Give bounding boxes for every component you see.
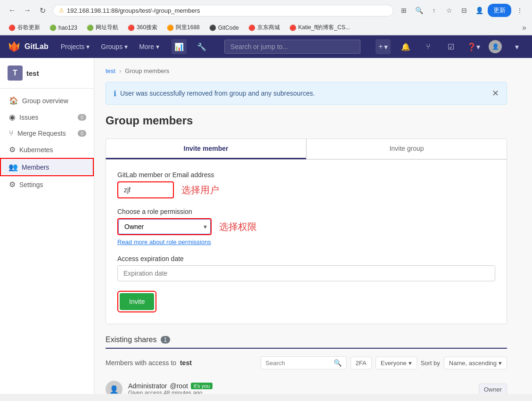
nav-plus-button[interactable]: + ▾ [376, 39, 391, 54]
table-row: 👤 Administrator @root It's you Given acc… [106, 375, 507, 394]
alert-close-button[interactable]: ✕ [492, 88, 499, 98]
nav-groups-label: Groups [101, 43, 123, 50]
bookmark-label: 京东商城 [257, 24, 280, 32]
tab-invite-member[interactable]: Invite member [106, 139, 306, 159]
back-button[interactable]: ← [6, 4, 19, 17]
member-field-label: GitLab member or Email address [117, 171, 495, 179]
bookmark-hao123[interactable]: 🟢 hao123 [47, 24, 80, 32]
sidebar-item-label: Merge Requests [17, 130, 66, 137]
bookmark-label: 360搜索 [137, 24, 157, 32]
nav-merge-requests-button[interactable]: ⑂ [421, 39, 436, 54]
nav-chart-button[interactable]: 📊 [172, 39, 187, 54]
nav-projects[interactable]: Projects ▾ [56, 41, 95, 52]
sidebar-item-members[interactable]: 👥 Members [0, 158, 94, 176]
merge-icon: ⑂ [426, 42, 431, 51]
bookmark-jd[interactable]: 🔴 京东商城 [246, 23, 283, 33]
nav-avatar[interactable]: 👤 [489, 40, 502, 53]
translate-button[interactable]: ⊞ [397, 4, 410, 17]
forward-button[interactable]: → [21, 4, 34, 17]
filter-text: Members with access to [106, 359, 176, 367]
sidebar-item-kubernetes[interactable]: ⚙ Kubernetes [0, 141, 94, 158]
nav-search[interactable] [224, 40, 360, 54]
bookmark-icon: 🟢 [49, 25, 57, 31]
bookmark-alibaba[interactable]: 🟠 阿里1688 [164, 23, 203, 33]
nav-more[interactable]: More ▾ [134, 41, 164, 52]
sidebar-item-group-overview[interactable]: 🏠 Group overview [0, 92, 94, 109]
bookmark-label: 阿里1688 [176, 24, 200, 32]
chart-icon: 📊 [174, 42, 184, 51]
profile-button[interactable]: 👤 [473, 4, 486, 17]
sidebar-item-left: ⑂ Merge Requests [9, 129, 66, 138]
sidebar-item-left: ⚙ Settings [9, 180, 43, 189]
nav-projects-label: Projects [61, 43, 85, 50]
plus-icon: + [378, 42, 383, 51]
expiry-input[interactable] [117, 265, 495, 281]
nav-todos-button[interactable]: ☑ [443, 39, 458, 54]
existing-shares-section: Existing shares 1 Members with access to… [106, 336, 507, 394]
member-role-badge[interactable]: Owner [479, 384, 507, 394]
nav-notifications-button[interactable]: 🔔 [398, 39, 413, 54]
alert-message: User was successfully removed from group… [120, 90, 315, 97]
sidebar-item-label: Group overview [22, 97, 68, 105]
menu-button[interactable]: ⋮ [513, 4, 526, 17]
nav-groups[interactable]: Groups ▾ [96, 41, 132, 52]
tab-invite-group[interactable]: Invite group [306, 139, 507, 159]
browser-actions: ⊞ 🔍 ↑ ☆ ⊟ 👤 更新 ⋮ [397, 4, 526, 17]
member-name: Administrator [128, 382, 167, 390]
bookmark-katie[interactable]: 🔴 Katie_ff的博客_CS... [286, 23, 353, 33]
nav-avatar-chevron[interactable]: ▾ [509, 39, 524, 54]
split-screen-button[interactable]: ⊟ [458, 4, 471, 17]
bookmark-icon: 🟠 [167, 25, 174, 31]
update-button[interactable]: 更新 [488, 4, 511, 17]
bookmark-icon: 🔴 [248, 25, 255, 31]
bookmark-gitcode[interactable]: ⚫ GitCode [206, 24, 242, 32]
bookmark-google-update[interactable]: 🔴 谷歌更新 [6, 23, 43, 33]
more-bookmarks-button[interactable]: » [522, 24, 526, 32]
avatar-letter: T [13, 69, 17, 77]
sidebar-item-settings[interactable]: ⚙ Settings [0, 176, 94, 193]
2fa-filter-button[interactable]: 2FA [351, 357, 372, 369]
nav-settings-button[interactable]: 🔧 [194, 39, 209, 54]
sidebar-item-merge-requests[interactable]: ⑂ Merge Requests 0 [0, 125, 94, 141]
role-permissions-link[interactable]: Read more about role permissions [117, 238, 211, 246]
member-details: Administrator @root It's you Given acces… [128, 382, 213, 394]
you-badge: It's you [191, 383, 213, 389]
nav-help-button[interactable]: ❓ ▾ [466, 39, 481, 54]
chevron-down-icon: ▾ [476, 42, 480, 51]
chevron-down-icon: ▾ [86, 43, 90, 50]
info-icon: ℹ [114, 89, 116, 98]
breadcrumb-parent[interactable]: test [106, 67, 115, 74]
gitlab-logo[interactable]: GitLab [8, 40, 49, 53]
breadcrumb-separator: › [119, 67, 121, 74]
chevron-down-icon: ▾ [156, 43, 159, 50]
bookmark-360[interactable]: 🔴 360搜索 [125, 23, 160, 33]
members-search-input[interactable] [266, 360, 332, 367]
bookmark-button[interactable]: ☆ [442, 4, 456, 17]
sidebar-item-left: 👥 Members [8, 163, 49, 172]
bookmark-label: 网址导航 [96, 24, 118, 32]
member-field-group: GitLab member or Email address 选择用户 [117, 171, 495, 198]
nav-search-input[interactable] [224, 40, 360, 54]
everyone-filter-button[interactable]: Everyone ▾ [376, 357, 417, 369]
member-email-input[interactable] [117, 181, 174, 198]
sidebar-project[interactable]: T test [0, 58, 94, 89]
merge-requests-badge: 0 [78, 130, 86, 137]
existing-shares-header: Existing shares 1 [106, 336, 507, 349]
search-button[interactable]: 🔍 [412, 4, 426, 17]
members-search-box[interactable]: 🔍 [261, 356, 347, 369]
kubernetes-icon: ⚙ [9, 145, 16, 154]
bookmark-icon: 🟢 [87, 25, 94, 31]
invite-button-wrapper: Invite [117, 291, 156, 312]
address-bar[interactable]: ⚠ 192.168.198.11:88/groups/test/-/group_… [53, 5, 393, 16]
chevron-down-icon: ▾ [499, 360, 502, 367]
role-select[interactable]: Owner Maintainer Developer Reporter Gues… [118, 219, 211, 234]
sort-select-button[interactable]: Name, ascending ▾ [444, 357, 507, 369]
bookmark-url-nav[interactable]: 🟢 网址导航 [84, 23, 121, 33]
reload-button[interactable]: ↻ [36, 4, 49, 17]
members-access-label: Members with access to test [106, 359, 192, 367]
avatar-icon: 👤 [492, 43, 499, 50]
sidebar-item-issues[interactable]: ◉ Issues 0 [0, 109, 94, 125]
share-button[interactable]: ↑ [427, 4, 441, 17]
avatar: 👤 [106, 381, 123, 394]
invite-button[interactable]: Invite [120, 293, 154, 310]
